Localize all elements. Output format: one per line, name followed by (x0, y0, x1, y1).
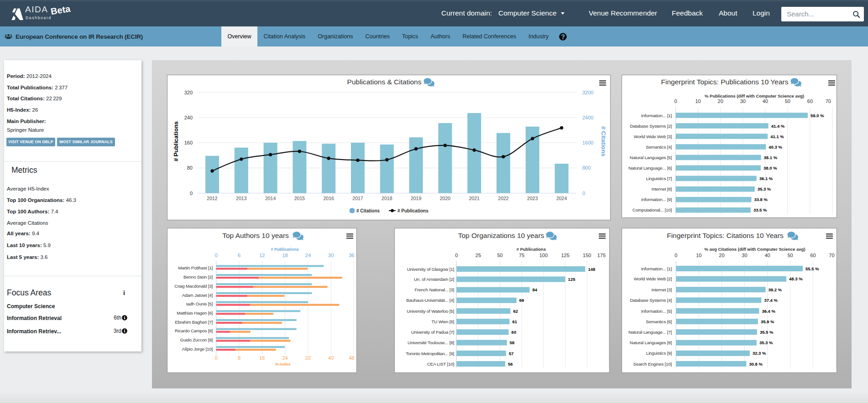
svg-text:36.1 %: 36.1 % (759, 176, 773, 181)
svg-text:800: 800 (582, 165, 591, 170)
svg-text:2019: 2019 (411, 196, 422, 201)
svg-text:University of Padua [7]: University of Padua [7] (411, 330, 454, 335)
svg-text:50: 50 (497, 253, 502, 258)
svg-text:25: 25 (476, 253, 481, 258)
svg-text:Search Engines [10]: Search Engines [10] (633, 362, 672, 367)
svg-text:Benno Stein [2]: Benno Stein [2] (183, 274, 213, 279)
svg-text:0: 0 (675, 253, 677, 258)
svg-text:Information... [5]: Information... [5] (641, 309, 672, 314)
svg-text:Top Organizations 10 years: Top Organizations 10 years (458, 232, 544, 239)
svg-text:320: 320 (184, 90, 193, 95)
svg-text:39.2 %: 39.2 % (769, 287, 782, 292)
svg-text:40.3 %: 40.3 % (769, 145, 782, 150)
svg-text:Internet [3]: Internet [3] (652, 287, 672, 292)
svg-text:0: 0 (190, 191, 193, 196)
svg-text:59.0 %: 59.0 % (810, 113, 824, 118)
svg-text:Internet [8]: Internet [8] (652, 186, 672, 191)
svg-text:36.4 %: 36.4 % (762, 309, 775, 314)
svg-text:20: 20 (719, 253, 724, 258)
svg-text:Information... [1]: Information... [1] (641, 266, 672, 271)
svg-text:Semantics [4]: Semantics [4] (646, 145, 672, 150)
svg-text:30.8 %: 30.8 % (749, 362, 763, 367)
svg-text:Fingerprint Topics: Publicatio: Fingerprint Topics: Publications 10 Year… (661, 78, 789, 86)
svg-text:100: 100 (539, 253, 548, 258)
svg-text:160: 160 (184, 140, 193, 145)
svg-text:% Publications (diff with Comp: % Publications (diff with Computer Scien… (705, 93, 804, 98)
svg-text:35.3 %: 35.3 % (759, 340, 773, 345)
svg-text:56: 56 (508, 362, 513, 367)
svg-text:33.5 %: 33.5 % (753, 207, 767, 212)
svg-text:2400: 2400 (582, 115, 593, 120)
svg-text:38.0 %: 38.0 % (763, 165, 777, 170)
svg-text:# Publications: # Publications (517, 247, 546, 252)
svg-text:75: 75 (519, 253, 524, 258)
svg-text:60: 60 (810, 253, 816, 258)
svg-text:2013: 2013 (236, 196, 247, 201)
svg-text:60: 60 (512, 330, 517, 335)
svg-text:Craig Macdonald [3]: Craig Macdonald [3] (174, 284, 213, 289)
svg-text:University of Waterloo [5]: University of Waterloo [5] (407, 309, 454, 314)
svg-text:40: 40 (764, 253, 770, 258)
svg-text:Université Toulouse... [8]: Université Toulouse... [8] (408, 340, 454, 345)
svg-text:2017: 2017 (352, 196, 363, 201)
svg-text:Iadh Ounis [5]: Iadh Ounis [5] (186, 301, 213, 306)
svg-text:80: 80 (187, 165, 193, 170)
svg-text:Linguistics [9]: Linguistics [9] (646, 351, 672, 356)
svg-text:0: 0 (455, 253, 458, 258)
svg-text:Semantics [6]: Semantics [6] (646, 319, 672, 324)
svg-text:Database Systems [4]: Database Systems [4] (630, 298, 672, 303)
svg-text:2023: 2023 (527, 196, 538, 201)
svg-text:30: 30 (328, 253, 334, 258)
svg-text:Ebrahim Bagheri [7]: Ebrahim Bagheri [7] (175, 320, 213, 325)
svg-text:37.4 %: 37.4 % (764, 298, 778, 303)
svg-text:70: 70 (826, 98, 831, 104)
svg-text:6: 6 (238, 253, 241, 258)
svg-text:# Citations: # Citations (356, 208, 380, 213)
svg-text:Information... [9]: Information... [9] (641, 197, 672, 202)
svg-text:Guido Zuccon [9]: Guido Zuccon [9] (180, 337, 213, 342)
svg-text:Information... [1]: Information... [1] (641, 113, 672, 118)
svg-text:2018: 2018 (382, 196, 392, 201)
svg-text:TU Wien [6]: TU Wien [6] (431, 319, 454, 324)
svg-text:33.8 %: 33.8 % (754, 197, 768, 202)
svg-text:8: 8 (238, 355, 241, 361)
svg-text:2014: 2014 (265, 196, 276, 201)
svg-text:Publications & Citations: Publications & Citations (347, 78, 422, 86)
svg-text:2024: 2024 (556, 196, 567, 201)
svg-text:# Publications: # Publications (173, 121, 179, 161)
svg-text:2016: 2016 (324, 196, 335, 201)
svg-text:Linguistics [7]: Linguistics [7] (646, 176, 672, 181)
svg-text:35.5 %: 35.5 % (760, 330, 774, 335)
svg-text:% avg Citations (diff with Com: % avg Citations (diff with Computer Scie… (704, 247, 805, 252)
svg-text:70: 70 (829, 253, 834, 258)
svg-text:38.1 %: 38.1 % (764, 155, 778, 160)
svg-text:0: 0 (582, 191, 585, 196)
svg-text:32.3 %: 32.3 % (753, 351, 766, 356)
svg-text:2020: 2020 (440, 196, 451, 201)
svg-text:30: 30 (742, 253, 747, 258)
svg-text:2012: 2012 (207, 196, 218, 201)
svg-text:60: 60 (807, 98, 813, 104)
svg-text:148: 148 (588, 267, 595, 272)
svg-text:41.1 %: 41.1 % (770, 134, 784, 139)
svg-text:3200: 3200 (582, 90, 593, 95)
svg-text:24: 24 (282, 355, 288, 361)
svg-text:Martin Potthast [1]: Martin Potthast [1] (178, 265, 213, 270)
svg-text:175: 175 (597, 253, 606, 258)
svg-text:18: 18 (282, 253, 288, 258)
svg-text:Bauhaus-Universität... [4]: Bauhaus-Universität... [4] (406, 298, 454, 303)
svg-text:55.5 %: 55.5 % (805, 266, 819, 271)
svg-text:36: 36 (349, 253, 354, 258)
svg-text:125: 125 (561, 253, 569, 258)
svg-text:48: 48 (349, 355, 354, 361)
svg-text:2021: 2021 (469, 196, 480, 201)
svg-text:Matthias Hagen [6]: Matthias Hagen [6] (177, 310, 213, 315)
svg-text:World Wide Web [3]: World Wide Web [3] (634, 134, 672, 139)
svg-text:150: 150 (583, 253, 591, 258)
svg-text:84: 84 (532, 287, 537, 292)
svg-text:35.9 %: 35.9 % (761, 319, 774, 324)
svg-text:Ricardo Campos [8]: Ricardo Campos [8] (175, 328, 213, 333)
svg-text:40: 40 (328, 355, 334, 361)
svg-text:69: 69 (519, 298, 524, 303)
svg-text:40: 40 (763, 98, 768, 104)
